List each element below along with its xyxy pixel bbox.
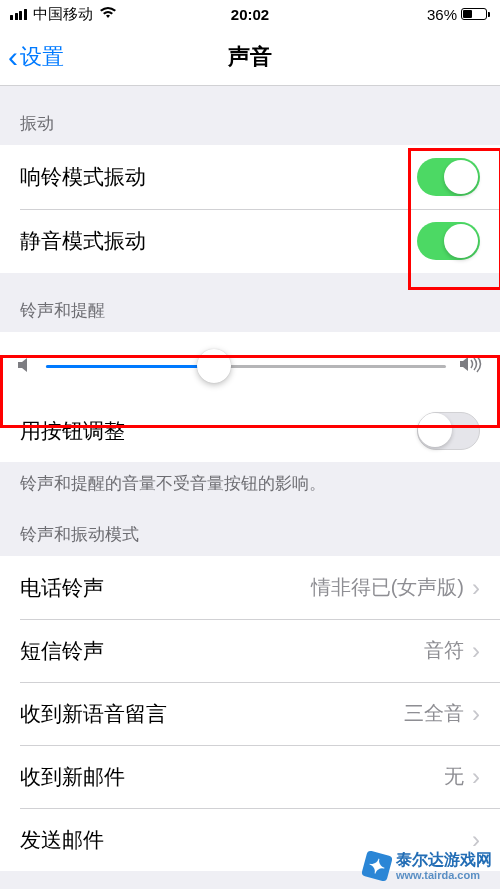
new-mail-value: 无 [444,763,464,790]
battery-icon [461,8,490,20]
wifi-icon [99,5,117,23]
voicemail-value: 三全音 [404,700,464,727]
cell-ringtone[interactable]: 电话铃声 情非得已(女声版) › [0,556,500,619]
new-mail-label: 收到新邮件 [20,763,444,791]
chevron-right-icon: › [472,700,480,728]
page-title: 声音 [228,42,272,72]
carrier-label: 中国移动 [33,5,93,24]
watermark-logo-icon: ✦ [361,850,393,882]
text-tone-label: 短信铃声 [20,637,424,665]
signal-icon [10,9,27,20]
back-label: 设置 [20,42,64,72]
volume-slider-cell [0,332,500,400]
text-tone-value: 音符 [424,637,464,664]
ring-vibrate-label: 响铃模式振动 [20,163,417,191]
cell-voicemail[interactable]: 收到新语音留言 三全音 › [0,682,500,745]
chevron-right-icon: › [472,637,480,665]
watermark-url: www.tairda.com [396,869,492,881]
status-left: 中国移动 [10,5,117,24]
cell-text-tone[interactable]: 短信铃声 音符 › [0,619,500,682]
back-button[interactable]: ‹ 设置 [8,42,64,72]
cell-silent-vibrate[interactable]: 静音模式振动 [0,209,500,273]
ringtone-value: 情非得已(女声版) [311,574,464,601]
section-header-vibrate: 振动 [0,86,500,145]
ringtone-label: 电话铃声 [20,574,311,602]
watermark: ✦ 泰尔达游戏网 www.tairda.com [364,851,492,881]
adjust-buttons-toggle[interactable] [417,412,480,450]
battery-percent: 36% [427,6,457,23]
volume-slider[interactable] [46,365,446,368]
chevron-left-icon: ‹ [8,42,18,72]
chevron-right-icon: › [472,763,480,791]
silent-vibrate-label: 静音模式振动 [20,227,417,255]
status-bar: 中国移动 20:02 36% [0,0,500,28]
voicemail-label: 收到新语音留言 [20,700,404,728]
status-time: 20:02 [231,6,269,23]
section-header-volume: 铃声和提醒 [0,273,500,332]
watermark-text: 泰尔达游戏网 [396,851,492,869]
cell-adjust-buttons[interactable]: 用按钮调整 [0,400,500,462]
speaker-low-icon [18,355,32,378]
nav-bar: ‹ 设置 声音 [0,28,500,86]
adjust-buttons-label: 用按钮调整 [20,417,417,445]
cell-new-mail[interactable]: 收到新邮件 无 › [0,745,500,808]
sent-mail-label: 发送邮件 [20,826,464,854]
silent-vibrate-toggle[interactable] [417,222,480,260]
chevron-right-icon: › [472,826,480,854]
volume-footer: 铃声和提醒的音量不受音量按钮的影响。 [0,462,500,505]
ring-vibrate-toggle[interactable] [417,158,480,196]
section-header-patterns: 铃声和振动模式 [0,505,500,556]
cell-ring-vibrate[interactable]: 响铃模式振动 [0,145,500,209]
chevron-right-icon: › [472,574,480,602]
slider-thumb[interactable] [197,349,231,383]
speaker-high-icon [460,355,482,378]
status-right: 36% [427,6,490,23]
